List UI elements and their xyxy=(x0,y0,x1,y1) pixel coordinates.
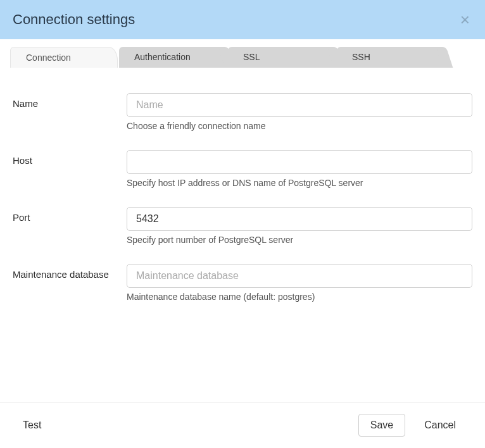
close-icon[interactable]: × xyxy=(458,11,472,28)
test-button[interactable]: Test xyxy=(20,414,53,436)
label-host: Host xyxy=(13,150,127,166)
row-host: Host Specify host IP address or DNS name… xyxy=(13,150,472,188)
tab-label: Connection xyxy=(26,53,71,63)
hint-port: Specify port number of PostgreSQL server xyxy=(127,235,472,245)
tab-connection[interactable]: Connection xyxy=(10,47,118,68)
name-input[interactable] xyxy=(127,93,472,117)
hint-maintdb: Maintenance database name (default: post… xyxy=(127,292,472,302)
form-body: Name Choose a friendly connection name H… xyxy=(0,68,485,333)
row-maintdb: Maintenance database Maintenance databas… xyxy=(13,264,472,302)
footer-left: Test xyxy=(18,414,358,436)
tab-ssh[interactable]: SSH xyxy=(337,47,444,68)
control-wrap: Specify port number of PostgreSQL server xyxy=(127,207,472,245)
tab-label: SSL xyxy=(243,52,260,62)
hint-host: Specify host IP address or DNS name of P… xyxy=(127,178,472,188)
tab-ssl[interactable]: SSL xyxy=(228,47,336,68)
label-name: Name xyxy=(13,93,127,109)
control-wrap: Maintenance database name (default: post… xyxy=(127,264,472,302)
label-maintdb: Maintenance database xyxy=(13,264,127,280)
row-port: Port Specify port number of PostgreSQL s… xyxy=(13,207,472,245)
tab-bar: Connection Authentication SSL SSH xyxy=(0,39,485,68)
dialog-title: Connection settings xyxy=(13,11,135,28)
save-button[interactable]: Save xyxy=(358,414,405,437)
label-port: Port xyxy=(13,207,127,223)
dialog-header: Connection settings × xyxy=(0,0,485,39)
port-input[interactable] xyxy=(127,207,472,231)
host-input[interactable] xyxy=(127,150,472,174)
tab-label: Authentication xyxy=(134,52,191,62)
hint-name: Choose a friendly connection name xyxy=(127,121,472,131)
row-name: Name Choose a friendly connection name xyxy=(13,93,472,131)
control-wrap: Choose a friendly connection name xyxy=(127,93,472,131)
tab-label: SSH xyxy=(352,52,370,62)
tab-authentication[interactable]: Authentication xyxy=(119,47,227,68)
maintenance-db-input[interactable] xyxy=(127,264,472,288)
control-wrap: Specify host IP address or DNS name of P… xyxy=(127,150,472,188)
dialog-footer: Test Save Cancel xyxy=(0,402,485,448)
cancel-button[interactable]: Cancel xyxy=(413,414,467,436)
